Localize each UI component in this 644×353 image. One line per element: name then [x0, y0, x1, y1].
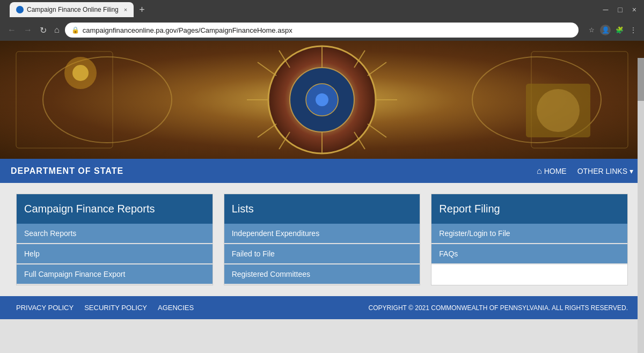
- privacy-policy-link[interactable]: PRIVACY POLICY: [16, 304, 74, 312]
- security-policy-link[interactable]: SECURITY POLICY: [84, 304, 147, 312]
- minimize-button[interactable]: ─: [601, 5, 610, 14]
- svg-point-23: [72, 65, 89, 81]
- chevron-down-icon: ▾: [630, 167, 633, 175]
- nav-links: HOME OTHER LINKS ▾: [537, 166, 633, 176]
- close-window-button[interactable]: ×: [630, 5, 639, 14]
- report-filing-items: Register/Login to File FAQs: [431, 224, 627, 264]
- bookmark-icon[interactable]: ☆: [586, 25, 597, 35]
- scrollbar[interactable]: [638, 58, 644, 353]
- footer-links: PRIVACY POLICY SECURITY POLICY AGENCIES: [16, 304, 194, 312]
- lists-items: Independent Expenditures Failed to File …: [224, 224, 420, 285]
- full-export-link[interactable]: Full Campaign Finance Export: [17, 264, 213, 285]
- tab-bar: Campaign Finance Online Filing × +: [5, 1, 601, 18]
- address-bar-row: ← → ↻ ⌂ 🔒 campaignfinanceonline.pa.gov/P…: [0, 19, 644, 41]
- active-tab[interactable]: Campaign Finance Online Filing ×: [10, 2, 134, 17]
- svg-point-25: [537, 89, 580, 132]
- campaign-finance-reports-card: Campaign Finance Reports Search Reports …: [16, 194, 213, 285]
- title-bar: Campaign Finance Online Filing × + ─ □ ×: [0, 0, 644, 19]
- tab-close-button[interactable]: ×: [124, 6, 127, 13]
- browser-actions: ☆ 👤 🧩 ⋮: [586, 25, 639, 35]
- campaign-finance-reports-header: Campaign Finance Reports: [17, 194, 213, 224]
- tab-favicon: [16, 6, 24, 13]
- campaign-finance-reports-items: Search Reports Help Full Campaign Financ…: [17, 224, 213, 285]
- search-reports-link[interactable]: Search Reports: [17, 224, 213, 244]
- hero-image: [0, 41, 644, 159]
- independent-expenditures-link[interactable]: Independent Expenditures: [224, 224, 420, 244]
- lists-card: Lists Independent Expenditures Failed to…: [224, 194, 421, 285]
- dept-title: DEPARTMENT OF STATE: [11, 166, 123, 176]
- failed-to-file-link[interactable]: Failed to File: [224, 244, 420, 264]
- svg-point-5: [316, 93, 328, 106]
- maximize-button[interactable]: □: [616, 5, 624, 14]
- agencies-link[interactable]: AGENCIES: [158, 304, 194, 312]
- faqs-link[interactable]: FAQs: [431, 244, 627, 264]
- lists-header: Lists: [224, 194, 420, 224]
- page-content: DEPARTMENT OF STATE HOME OTHER LINKS ▾ C…: [0, 41, 644, 319]
- tab-title: Campaign Finance Online Filing: [27, 6, 119, 13]
- back-button[interactable]: ←: [5, 24, 18, 36]
- report-filing-header: Report Filing: [431, 194, 627, 224]
- refresh-button[interactable]: ↻: [38, 24, 49, 36]
- home-button[interactable]: ⌂: [52, 24, 62, 36]
- help-link[interactable]: Help: [17, 244, 213, 264]
- register-login-link[interactable]: Register/Login to File: [431, 224, 627, 244]
- lock-icon: 🔒: [71, 26, 79, 34]
- profile-icon[interactable]: 👤: [600, 25, 611, 35]
- other-links-dropdown[interactable]: OTHER LINKS ▾: [577, 167, 633, 175]
- home-nav-link[interactable]: HOME: [537, 166, 567, 176]
- url-text: campaignfinanceonline.pa.gov/Pages/Campa…: [83, 26, 292, 34]
- other-links-label: OTHER LINKS: [577, 167, 627, 175]
- footer: PRIVACY POLICY SECURITY POLICY AGENCIES …: [0, 296, 644, 319]
- menu-icon[interactable]: ⋮: [628, 25, 639, 35]
- address-bar[interactable]: 🔒 campaignfinanceonline.pa.gov/Pages/Cam…: [65, 23, 579, 38]
- nav-bar: DEPARTMENT OF STATE HOME OTHER LINKS ▾: [0, 159, 644, 183]
- registered-committees-link[interactable]: Registered Committees: [224, 264, 420, 285]
- window-controls: ─ □ ×: [601, 5, 639, 14]
- extension-icon[interactable]: 🧩: [614, 25, 625, 35]
- cards-area: Campaign Finance Reports Search Reports …: [0, 183, 644, 296]
- report-filing-card: Report Filing Register/Login to File FAQ…: [431, 194, 628, 285]
- browser-chrome: Campaign Finance Online Filing × + ─ □ ×…: [0, 0, 644, 41]
- new-tab-button[interactable]: +: [136, 4, 148, 16]
- scrollbar-thumb[interactable]: [638, 58, 644, 101]
- copyright-text: COPYRIGHT © 2021 COMMONWEALTH OF PENNSYL…: [369, 304, 628, 312]
- forward-button[interactable]: →: [21, 24, 34, 36]
